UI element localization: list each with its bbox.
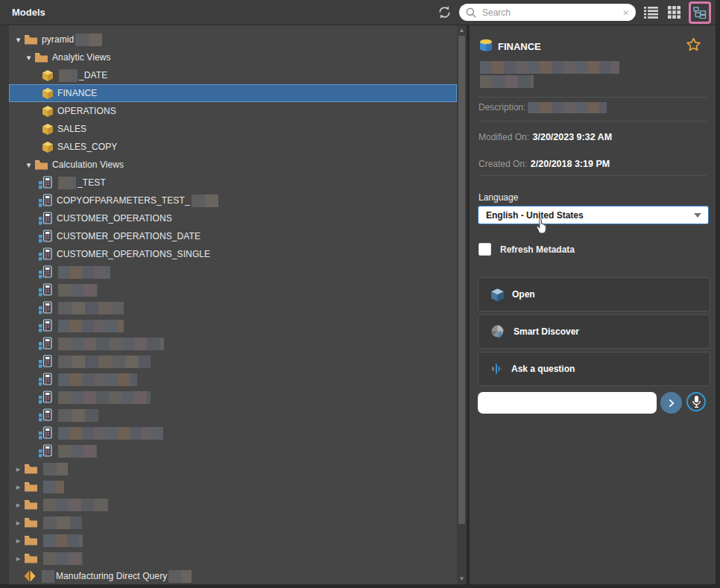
tree-scrollbar[interactable]: ▲ ▼ <box>457 25 467 584</box>
scrollbar-thumb[interactable] <box>458 36 465 524</box>
folder-icon <box>25 481 37 492</box>
redacted-text <box>58 338 164 350</box>
tree-row-redacted[interactable] <box>9 317 457 335</box>
tree-item-label: SALES <box>57 124 86 134</box>
redacted-text <box>58 391 151 404</box>
language-dropdown[interactable]: English - United States <box>478 206 709 224</box>
details-view-icon[interactable] <box>689 1 711 24</box>
tree-row-redacted[interactable] <box>9 370 457 388</box>
collapse-arrow-icon[interactable]: ▾ <box>13 35 23 45</box>
folder-icon <box>25 464 37 474</box>
refresh-metadata-checkbox[interactable] <box>479 243 491 256</box>
redacted-text <box>43 463 68 475</box>
modified-label: Modified On: <box>479 132 529 142</box>
scroll-down-icon[interactable]: ▼ <box>457 575 467 583</box>
tree-row-date[interactable]: _DATE <box>9 66 457 84</box>
question-input[interactable] <box>478 392 657 414</box>
created-value: 2/20/2018 3:19 PM <box>531 159 610 169</box>
tree-row-redacted[interactable]: ▸ <box>9 513 457 531</box>
redacted-text <box>43 481 64 493</box>
tree-row-redacted[interactable]: ▸ <box>9 549 457 567</box>
tree-row-customer-operations[interactable]: CUSTOMER_OPERATIONS <box>9 209 457 227</box>
search-icon <box>466 7 476 18</box>
tree-row-test[interactable]: _TEST <box>9 174 457 192</box>
tree-row-redacted[interactable] <box>9 388 457 406</box>
folder-icon <box>25 499 37 510</box>
clear-search-icon[interactable]: × <box>622 7 629 18</box>
tree-row-customer-operations-date[interactable]: CUSTOMER_OPERATIONS_DATE <box>9 227 457 245</box>
details-panel: FINANCE Description: Modified On: 3/20/2… <box>470 25 716 584</box>
title-bar: Models × <box>0 0 720 25</box>
tree-row-redacted[interactable]: ▸ <box>9 496 457 513</box>
tree-row-pyramid[interactable]: ▾pyramid <box>9 31 457 48</box>
expand-arrow-icon[interactable]: ▸ <box>13 554 23 563</box>
expand-arrow-icon[interactable]: ▸ <box>13 536 23 546</box>
expand-arrow-icon[interactable]: ▸ <box>13 518 23 528</box>
refresh-metadata-checkbox-row[interactable]: Refresh Metadata <box>479 243 575 256</box>
tree-row-redacted[interactable]: ▸ <box>9 531 457 549</box>
analytic-view-cube-icon <box>42 106 53 117</box>
expand-arrow-icon[interactable]: ▸ <box>13 464 23 474</box>
language-label: Language <box>479 192 518 203</box>
ask-question-button-label: Ask a question <box>511 364 575 374</box>
calculation-view-icon <box>39 426 52 440</box>
toolbar: × <box>437 1 711 24</box>
expand-arrow-icon[interactable]: ▸ <box>13 500 23 510</box>
tree-row-analytic-views[interactable]: ▾Analytic Views <box>9 48 457 66</box>
tree-item-label: COPYOFPARAMETERS_TEST_ <box>57 195 190 206</box>
tree-row-customer-operations-single[interactable]: CUSTOMER_OPERATIONS_SINGLE <box>9 245 457 263</box>
tree-row-calculation-views[interactable]: ▾Calculation Views <box>9 156 457 174</box>
favorite-star-icon[interactable] <box>686 37 701 55</box>
redacted-text <box>58 445 97 458</box>
calculation-view-icon <box>39 373 52 386</box>
tree-row-sales-copy[interactable]: SALES_COPY <box>9 138 457 156</box>
models-window: Models × <box>0 0 720 588</box>
tree-row-redacted[interactable]: ▸ <box>9 478 457 496</box>
calculation-view-icon <box>39 247 52 261</box>
redacted-text <box>42 570 54 583</box>
tree-row-redacted[interactable] <box>9 263 457 281</box>
search-box[interactable]: × <box>459 4 636 21</box>
tree-row-redacted[interactable] <box>9 424 457 442</box>
grid-view-icon[interactable] <box>666 4 682 21</box>
window-right-edge <box>716 0 720 588</box>
calculation-view-icon <box>39 337 52 350</box>
tree-item-label: Manufacturing Direct Query <box>56 571 167 581</box>
tree-row-redacted[interactable] <box>9 406 457 424</box>
folder-icon <box>25 517 37 528</box>
description-label: Description: <box>479 102 525 113</box>
calculation-view-icon <box>39 194 52 207</box>
tree-row-redacted[interactable] <box>9 281 457 299</box>
ask-a-question-button[interactable]: Ask a question <box>478 352 710 386</box>
tree-row-redacted[interactable]: ▸ <box>9 460 457 478</box>
tree-row-redacted[interactable] <box>9 353 457 370</box>
ask-question-icon <box>490 362 504 376</box>
refresh-icon[interactable] <box>437 4 452 20</box>
tree-row-operations[interactable]: OPERATIONS <box>9 102 457 120</box>
calculation-view-icon <box>39 212 52 225</box>
smart-discover-button[interactable]: Smart Discover <box>478 314 710 349</box>
open-button[interactable]: Open <box>478 277 710 312</box>
list-view-icon[interactable] <box>642 4 659 21</box>
details-title: FINANCE <box>498 41 541 52</box>
redacted-text <box>58 284 98 297</box>
redacted-text <box>43 499 108 511</box>
send-question-button[interactable] <box>660 392 682 414</box>
microphone-button[interactable] <box>686 392 706 411</box>
tree-row-redacted[interactable] <box>9 442 457 460</box>
redacted-text <box>58 409 98 422</box>
tree-row-finance[interactable]: FINANCE <box>9 84 457 102</box>
collapse-arrow-icon[interactable]: ▾ <box>24 53 34 63</box>
expand-arrow-icon[interactable]: ▸ <box>13 482 23 492</box>
tree-row-redacted[interactable] <box>9 335 457 353</box>
search-input[interactable] <box>481 7 622 19</box>
tree-item-label: _DATE <box>79 70 107 80</box>
tree-row-copyofparameters-test[interactable]: COPYOFPARAMETERS_TEST_ <box>9 192 457 209</box>
redacted-text <box>528 102 607 113</box>
scroll-up-icon[interactable]: ▲ <box>457 27 467 34</box>
tree-row-manufacturing-direct-query[interactable]: Manufacturing Direct Query <box>9 567 457 584</box>
redacted-text <box>480 75 534 88</box>
tree-row-redacted[interactable] <box>9 299 457 317</box>
tree-row-sales[interactable]: SALES <box>9 120 457 138</box>
collapse-arrow-icon[interactable]: ▾ <box>24 160 34 170</box>
